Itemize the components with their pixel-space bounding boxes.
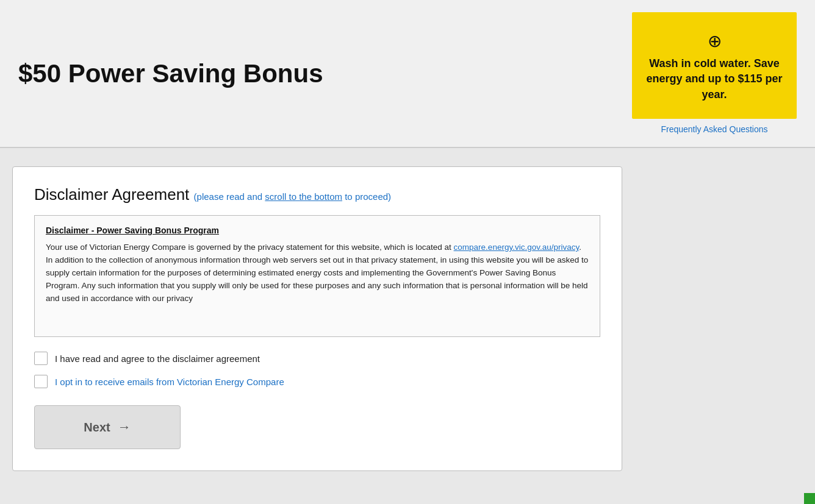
arrow-right-icon: → — [118, 419, 131, 435]
faq-link-wrapper: Frequently Asked Questions — [661, 119, 767, 135]
next-button[interactable]: Next → — [34, 405, 181, 449]
header-banner: $50 Power Saving Bonus ⊕ Wash in cold wa… — [0, 0, 815, 148]
agree-checkbox[interactable] — [34, 352, 48, 365]
disclaimer-title: Disclaimer - Power Saving Bonus Program — [46, 225, 589, 235]
optin-checkbox-item[interactable]: I opt in to receive emails from Victoria… — [34, 375, 600, 388]
disclaimer-box: Disclaimer - Power Saving Bonus Program … — [34, 215, 600, 337]
faq-link[interactable]: Frequently Asked Questions — [661, 124, 767, 134]
disclaimer-scroll[interactable]: Disclaimer - Power Saving Bonus Program … — [35, 216, 600, 336]
optin-checkbox[interactable] — [34, 375, 48, 388]
agree-checkbox-item[interactable]: I have read and agree to the disclaimer … — [34, 352, 600, 365]
tip-text: Wash in cold water. Save energy and up t… — [644, 56, 784, 102]
section-title-text: Disclaimer Agreement — [34, 185, 189, 204]
privacy-link[interactable]: compare.energy.vic.gov.au/privacy — [454, 243, 580, 252]
tip-card: ⊕ Wash in cold water. Save energy and up… — [632, 12, 797, 119]
form-card: Disclaimer Agreement (please read and sc… — [12, 166, 622, 471]
agree-label: I have read and agree to the disclaimer … — [55, 353, 260, 364]
note-suffix: to proceed) — [342, 191, 391, 202]
disclaimer-body: Your use of Victorian Energy Compare is … — [46, 241, 589, 305]
plus-circle-icon: ⊕ — [708, 31, 722, 51]
main-content: Disclaimer Agreement (please read and sc… — [0, 148, 634, 489]
next-button-label: Next — [84, 421, 110, 435]
green-indicator — [804, 493, 815, 504]
scroll-link[interactable]: scroll to the bottom — [265, 191, 342, 202]
checkbox-group: I have read and agree to the disclaimer … — [34, 352, 600, 388]
page-title: $50 Power Saving Bonus — [18, 59, 632, 88]
optin-label: I opt in to receive emails from Victoria… — [55, 377, 284, 387]
section-title: Disclaimer Agreement (please read and sc… — [34, 185, 600, 204]
section-note: (please read and scroll to the bottom to… — [194, 191, 392, 202]
note-prefix: (please read and — [194, 191, 265, 202]
